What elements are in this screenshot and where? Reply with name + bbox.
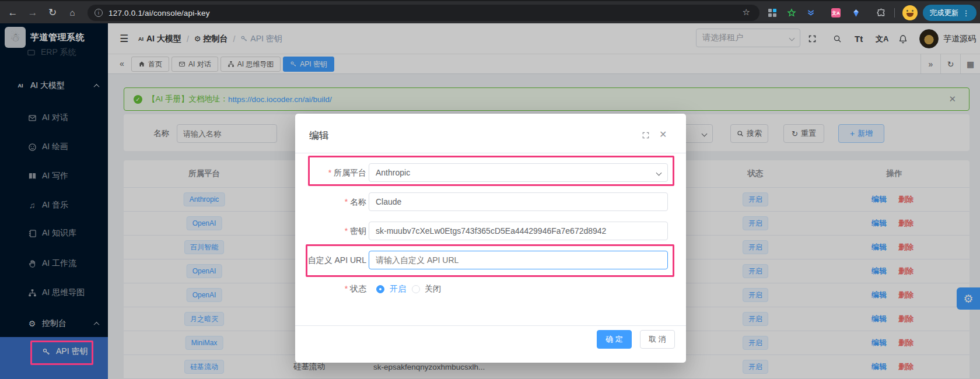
sidebar-item-ai-workflow[interactable]: AI 工作流	[0, 252, 108, 275]
bookmark-star-icon[interactable]: ☆	[743, 7, 750, 17]
sidebar-item-ai-writing[interactable]: AI 写作	[0, 164, 108, 188]
gear-icon: ⚙	[963, 292, 973, 306]
sidebar-item-ai-mindmap[interactable]: AI 思维导图	[0, 281, 108, 304]
sitemap-icon	[27, 289, 37, 297]
gear-icon: ⚙	[27, 319, 37, 328]
refresh-icon[interactable]: ↻	[940, 54, 960, 73]
extension-grid-icon[interactable]	[767, 8, 778, 18]
sidebar-item-ai-knowledge[interactable]: AI 知识库	[0, 222, 108, 245]
delete-link[interactable]: 删除	[898, 194, 914, 205]
edit-link[interactable]: 编辑	[872, 314, 887, 324]
search-icon[interactable]	[833, 23, 842, 54]
breadcrumb-ai-model[interactable]: AI 大模型	[146, 34, 181, 44]
tab-api-key-active[interactable]: API 密钥	[283, 57, 334, 72]
delete-link[interactable]: 删除	[898, 338, 914, 348]
edit-link[interactable]: 编辑	[872, 362, 887, 372]
extension-gem-icon[interactable]	[850, 8, 861, 18]
breadcrumb: AI AI 大模型 / ⚙ 控制台 / API 密钥	[138, 23, 282, 54]
browser-back-icon[interactable]: ←	[5, 1, 21, 24]
tab-ai-chat[interactable]: AI 对话	[172, 57, 218, 72]
envelope-icon	[27, 114, 37, 122]
delete-link[interactable]: 删除	[898, 290, 914, 300]
search-icon	[737, 130, 744, 137]
browser-menu-dots-icon[interactable]: ⋮	[963, 9, 970, 17]
breadcrumb-separator: /	[187, 34, 189, 44]
extension-star-icon[interactable]	[786, 8, 797, 18]
sidebar-group-label: AI 大模型	[30, 80, 65, 91]
layout-grid-icon[interactable]: ▦	[960, 54, 980, 73]
dialog-fullscreen-icon[interactable]	[642, 131, 650, 139]
dialog-close-icon[interactable]: ✕	[659, 129, 667, 140]
status-tag: 开启	[743, 192, 768, 206]
site-info-icon[interactable]: i	[94, 9, 103, 17]
add-button[interactable]: + 新增	[838, 124, 884, 143]
browser-profile-avatar[interactable]	[902, 5, 918, 20]
sidebar: ☃ 芋道管理系统 ERP 系统 AI AI 大模型 AI 对话 AI 绘画 AI…	[0, 23, 108, 379]
tab-home[interactable]: 首页	[131, 57, 169, 72]
name-input[interactable]	[369, 192, 668, 211]
locale-icon[interactable]: 文A	[876, 23, 888, 54]
browser-home-icon[interactable]: ⌂	[64, 1, 80, 24]
extension-chevrons-icon[interactable]	[806, 8, 816, 18]
platform-tag: Anthropic	[184, 192, 225, 206]
theme-settings-button[interactable]: ⚙	[957, 287, 980, 310]
breadcrumb-api-key: API 密钥	[250, 34, 282, 44]
status-off-label[interactable]: 关闭	[425, 279, 441, 298]
sidebar-item-erp-partial[interactable]: ERP 系统	[0, 47, 108, 58]
extension-translate-icon[interactable]: 文A	[831, 8, 841, 18]
delete-link[interactable]: 删除	[898, 362, 914, 372]
edit-link[interactable]: 编辑	[872, 194, 887, 205]
edit-link[interactable]: 编辑	[872, 338, 887, 348]
key-icon	[240, 35, 248, 43]
cancel-button[interactable]: 取 消	[640, 330, 675, 349]
sidebar-item-ai-music[interactable]: ♫ AI 音乐	[0, 194, 108, 217]
username[interactable]: 芋道源码	[943, 23, 976, 54]
browser-forward-icon[interactable]: →	[24, 1, 41, 24]
delete-link[interactable]: 删除	[898, 266, 914, 276]
browser-toolbar: ← → ↻ ⌂ i 127.0.0.1/ai/console/api-key ☆…	[0, 0, 980, 23]
search-button[interactable]: 搜索	[730, 124, 768, 143]
platform-tag: 百川智能	[184, 240, 224, 254]
tabs-scroll-right-icon[interactable]: »	[921, 54, 940, 73]
delete-link[interactable]: 删除	[898, 242, 914, 252]
bell-icon[interactable]	[898, 23, 908, 54]
key-cell: sk-epsakfenqnyzoxhmbucsxlh...	[373, 363, 485, 371]
browser-reload-icon[interactable]: ↻	[44, 1, 61, 24]
reset-button[interactable]: ↻ 重置	[783, 124, 824, 143]
status-radio-off[interactable]	[412, 285, 420, 294]
status-radio-on[interactable]	[376, 285, 384, 294]
tabs-scroll-left-icon[interactable]: «	[120, 59, 124, 68]
alert-doc-link[interactable]: https://doc.iocoder.cn/ai/build/	[228, 95, 332, 104]
extensions-puzzle-icon[interactable]	[876, 8, 886, 18]
fullscreen-icon[interactable]	[808, 23, 817, 54]
edit-link[interactable]: 编辑	[872, 218, 887, 229]
tenant-select[interactable]: 请选择租户	[696, 29, 800, 47]
edit-link[interactable]: 编辑	[872, 290, 887, 300]
user-avatar[interactable]	[919, 29, 939, 48]
delete-link[interactable]: 删除	[898, 314, 914, 324]
sidebar-item-ai-paint[interactable]: AI 绘画	[0, 135, 108, 159]
breadcrumb-console[interactable]: 控制台	[203, 34, 228, 44]
hamburger-menu-icon[interactable]: ☰	[120, 23, 128, 54]
sidebar-group-console[interactable]: ⚙ 控制台	[0, 312, 108, 335]
add-button-label: 新增	[858, 128, 873, 139]
edit-link[interactable]: 编辑	[872, 266, 887, 276]
sidebar-item-ai-chat[interactable]: AI 对话	[0, 106, 108, 129]
browser-update-button[interactable]: 完成更新 ⋮	[923, 5, 977, 21]
app-logo[interactable]: ☃ 芋道管理系统	[5, 27, 85, 48]
erp-icon	[26, 48, 36, 57]
status-on-label[interactable]: 开启	[390, 279, 406, 298]
tab-ai-mindmap[interactable]: AI 思维导图	[220, 57, 281, 72]
book-icon	[27, 172, 37, 181]
search-button-label: 搜索	[747, 128, 762, 139]
filter-name-input[interactable]	[177, 124, 277, 143]
sidebar-group-ai-model[interactable]: AI AI 大模型	[0, 74, 108, 97]
alert-close-icon[interactable]: ✕	[949, 94, 956, 104]
key-input[interactable]	[369, 222, 668, 240]
confirm-button[interactable]: 确 定	[597, 330, 632, 349]
edit-link[interactable]: 编辑	[872, 242, 887, 252]
success-check-icon: ✓	[134, 95, 142, 104]
delete-link[interactable]: 删除	[898, 218, 914, 229]
address-bar[interactable]: i 127.0.0.1/ai/console/api-key ☆	[88, 5, 760, 21]
font-size-icon[interactable]: Tt	[855, 23, 863, 54]
